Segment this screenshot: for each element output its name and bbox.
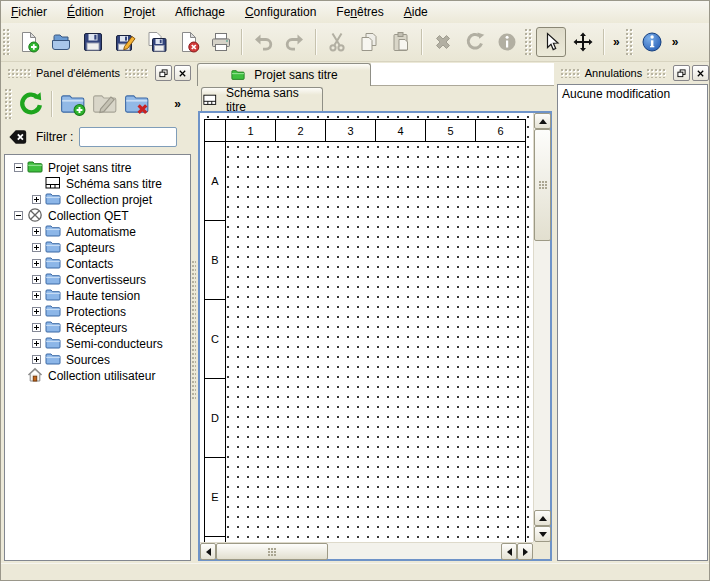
- tree-item-projet-sans-titre[interactable]: Projet sans titre: [5, 159, 190, 175]
- cut-button[interactable]: [322, 27, 352, 57]
- scroll-down-button[interactable]: [534, 526, 551, 542]
- diagram-canvas[interactable]: 123456 ABCDE: [200, 113, 533, 542]
- menu-affichage[interactable]: Affichage: [165, 2, 235, 23]
- toolbar-separator: [241, 29, 243, 55]
- tree-item-collection-qet[interactable]: Collection QET: [5, 207, 190, 223]
- toolbar-drag-handle[interactable]: [5, 89, 13, 119]
- float-panel-button[interactable]: [673, 65, 690, 81]
- info-overflow-button[interactable]: »: [668, 35, 683, 49]
- column-header-4: 4: [376, 120, 425, 141]
- scroll-up-button-2[interactable]: [534, 510, 551, 526]
- elements-panel-dock: Panel d'éléments » Filtrer : Projet sans…: [1, 61, 193, 563]
- select-icon: [540, 31, 562, 53]
- move-tool-button[interactable]: [568, 27, 598, 57]
- tree-item-contacts[interactable]: Contacts: [5, 255, 190, 271]
- float-panel-button[interactable]: [155, 65, 172, 81]
- tree-expander-minus[interactable]: [9, 163, 27, 172]
- edit-category-button[interactable]: [89, 88, 121, 120]
- tree-item-label: Récepteurs: [66, 320, 127, 335]
- scroll-left-button[interactable]: [200, 543, 216, 560]
- tree-item-convertisseurs[interactable]: Convertisseurs: [5, 271, 190, 287]
- undo-button[interactable]: [248, 27, 278, 57]
- tree-item-recepteurs[interactable]: Récepteurs: [5, 319, 190, 335]
- close-panel-button[interactable]: [174, 65, 191, 81]
- close-file-button[interactable]: [174, 27, 204, 57]
- save-all-icon: [146, 31, 168, 53]
- sidebar-overflow-button[interactable]: »: [170, 97, 185, 111]
- tab-project[interactable]: Projet sans titre: [197, 63, 371, 86]
- select-tool-button[interactable]: [536, 27, 566, 57]
- about-button[interactable]: [637, 27, 667, 57]
- delete-button[interactable]: [428, 27, 458, 57]
- toolbar-drag-handle[interactable]: [3, 29, 11, 55]
- filter-input[interactable]: [79, 127, 177, 147]
- dock-header-texture: [647, 69, 666, 78]
- save-as-button[interactable]: [110, 27, 140, 57]
- column-header-1: 1: [226, 120, 275, 141]
- horizontal-scroll-thumb[interactable]: [216, 543, 328, 560]
- tree-item-sources[interactable]: Sources: [5, 351, 190, 367]
- scroll-right-button[interactable]: [517, 543, 533, 560]
- menu-edition[interactable]: Édition: [57, 2, 114, 23]
- toolbar-drag-handle[interactable]: [525, 29, 533, 55]
- new-category-button[interactable]: [57, 88, 89, 120]
- tree-item-label: Schéma sans titre: [66, 176, 162, 191]
- open-project-button[interactable]: [46, 27, 76, 57]
- column-header-3: 3: [326, 120, 375, 141]
- scroll-up-button[interactable]: [534, 113, 551, 129]
- tree-item-haute-tension[interactable]: Haute tension: [5, 287, 190, 303]
- dock-header-texture: [8, 69, 31, 78]
- rotate-button[interactable]: [460, 27, 490, 57]
- tree-expander-plus[interactable]: [27, 243, 45, 252]
- copy-button[interactable]: [354, 27, 384, 57]
- reload-collections-button[interactable]: [15, 88, 47, 120]
- new-document-button[interactable]: [14, 27, 44, 57]
- tree-expander-plus[interactable]: [27, 275, 45, 284]
- tree-item-collection-utilisateur[interactable]: Collection utilisateur: [5, 367, 190, 383]
- tree-item-label: Sources: [66, 352, 110, 367]
- tree-expander-plus[interactable]: [27, 339, 45, 348]
- close-panel-button[interactable]: [692, 65, 709, 81]
- tree-item-collection-projet[interactable]: Collection projet: [5, 191, 190, 207]
- paste-icon: [390, 31, 412, 53]
- tree-item-automatisme[interactable]: Automatisme: [5, 223, 190, 239]
- tree-expander-plus[interactable]: [27, 323, 45, 332]
- undo-history-item[interactable]: Aucune modification: [558, 85, 707, 103]
- folder-blue-icon: [45, 351, 61, 367]
- tab-schema[interactable]: Schéma sans titre: [201, 87, 323, 111]
- tree-expander-plus[interactable]: [27, 307, 45, 316]
- save-button[interactable]: [78, 27, 108, 57]
- toolbar-drag-handle[interactable]: [626, 29, 634, 55]
- menu-fichier[interactable]: Fichier: [1, 2, 57, 23]
- redo-button[interactable]: [280, 27, 310, 57]
- tree-expander-plus[interactable]: [27, 259, 45, 268]
- menu-aide[interactable]: Aide: [394, 2, 438, 23]
- scroll-left-button-2[interactable]: [501, 543, 517, 560]
- vertical-scroll-track: [534, 241, 550, 510]
- menu-projet[interactable]: Projet: [114, 2, 165, 23]
- tree-expander-plus[interactable]: [27, 195, 45, 204]
- grid-corner-cell: [205, 120, 225, 141]
- tools-overflow-button[interactable]: »: [609, 35, 624, 49]
- tree-expander-plus[interactable]: [27, 291, 45, 300]
- diagram-paper-frame: 123456 ABCDE: [204, 119, 526, 542]
- tree-item-schema-sans-titre[interactable]: Schéma sans titre: [5, 175, 190, 191]
- delete-category-button[interactable]: [121, 88, 153, 120]
- tree-expander-plus[interactable]: [27, 355, 45, 364]
- menu-configuration[interactable]: Configuration: [235, 2, 326, 23]
- element-info-button[interactable]: [492, 27, 522, 57]
- clear-filter-button[interactable]: [6, 126, 30, 148]
- print-button[interactable]: [206, 27, 236, 57]
- undo-panel-header: Annulations: [556, 65, 709, 81]
- elements-panel-title: Panel d'éléments: [36, 67, 120, 79]
- reload-icon: [18, 91, 44, 117]
- menu-fenetres[interactable]: Fenêtres: [326, 2, 393, 23]
- save-all-button[interactable]: [142, 27, 172, 57]
- tree-item-protections[interactable]: Protections: [5, 303, 190, 319]
- tree-expander-plus[interactable]: [27, 227, 45, 236]
- tree-item-capteurs[interactable]: Capteurs: [5, 239, 190, 255]
- paste-button[interactable]: [386, 27, 416, 57]
- tree-expander-minus[interactable]: [9, 211, 27, 220]
- vertical-scroll-thumb[interactable]: [534, 129, 551, 241]
- tree-item-semi-conducteurs[interactable]: Semi-conducteurs: [5, 335, 190, 351]
